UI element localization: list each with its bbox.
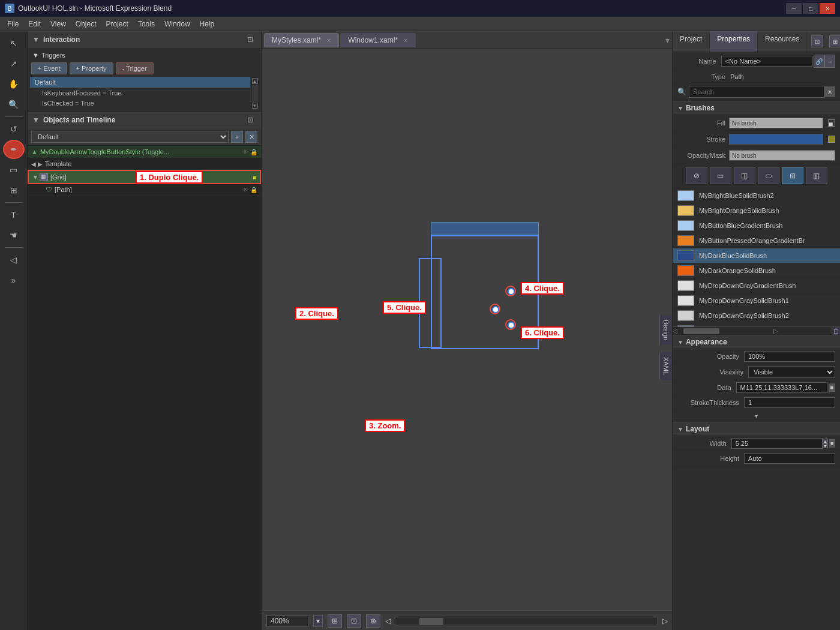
path-tree-item[interactable]: 🛡 [Path] 👁 🔒 (28, 184, 261, 196)
canvas-h-scrollbar[interactable] (395, 617, 658, 625)
brush-item-5[interactable]: MyDarkOrangeSolidBrush (673, 263, 840, 278)
search-input[interactable] (689, 86, 824, 98)
tab-mystyles[interactable]: MyStyles.xaml* ✕ (264, 33, 339, 47)
stroke-preview[interactable] (729, 134, 823, 145)
timeline-state-dropdown[interactable]: Default (31, 131, 229, 143)
close-button[interactable]: ✕ (820, 3, 835, 14)
brush-item-0[interactable]: MyBrightBlueSolidBrush2 (673, 188, 840, 203)
tab-window1-close[interactable]: ✕ (403, 37, 408, 44)
text-tool-button[interactable]: T (3, 205, 25, 224)
image-brush-button[interactable]: ⊞ (782, 167, 803, 184)
brush-item-7[interactable]: MyDropDownGraySolidBrush1 (673, 293, 840, 308)
scroll-down-btn[interactable]: ▼ (252, 103, 258, 109)
brush-scroll-right[interactable]: ▷ (773, 328, 778, 334)
zoom-tool-button[interactable]: 🔍 (3, 95, 25, 114)
fit-view-button[interactable]: ⊡ (347, 614, 361, 628)
brushes-expand[interactable]: ▼ (677, 105, 683, 112)
brush-item-1[interactable]: MyBrightOrangeSolidBrush (673, 203, 840, 218)
radial-grad-button[interactable]: ⬭ (758, 167, 779, 184)
objects-float-button[interactable]: ⊡ (244, 114, 256, 126)
remove-state-button[interactable]: ✕ (245, 131, 257, 143)
width-input[interactable] (731, 438, 823, 449)
canvas-viewport[interactable]: Design XAML (262, 49, 672, 611)
menu-view[interactable]: View (46, 19, 71, 29)
solid-brush-button[interactable]: ▭ (710, 167, 731, 184)
appearance-expand[interactable]: ▼ (677, 339, 683, 346)
brush-h-scrollbar[interactable]: ◁ ▷ □ (673, 326, 840, 335)
direct-select-button[interactable]: ↗ (3, 54, 25, 73)
brush-item-8[interactable]: MyDropDownGraySolidBrush2 (673, 308, 840, 323)
name-action-btn-2[interactable]: → (824, 55, 835, 68)
tile-brush-button[interactable]: ▥ (806, 167, 827, 184)
trigger-item-default[interactable]: Default (30, 77, 250, 88)
window-controls[interactable]: ─ □ ✕ (786, 3, 835, 14)
menu-tools[interactable]: Tools (133, 19, 160, 29)
search-clear-button[interactable]: ✕ (824, 86, 835, 97)
no-brush-button[interactable]: ⊘ (686, 167, 707, 184)
width-down[interactable]: ▼ (823, 443, 828, 448)
nav-arrow-left[interactable]: ◁ (385, 617, 390, 625)
menu-object[interactable]: Object (71, 19, 101, 29)
scroll-up-btn[interactable]: ▲ (252, 78, 258, 84)
opacitymask-preview[interactable]: No brush (729, 150, 835, 161)
name-action-btn-1[interactable]: 🔗 (814, 55, 824, 68)
add-event-button[interactable]: + Event (31, 62, 67, 74)
snap-button[interactable]: ⊕ (366, 614, 380, 628)
appearance-more-button[interactable]: ▾ (673, 410, 840, 422)
width-stepper[interactable]: ▲ ▼ (823, 439, 828, 448)
pen-tool-button[interactable]: ✒ (3, 140, 25, 159)
maximize-button[interactable]: □ (803, 3, 818, 14)
nav-arrow-right[interactable]: ▷ (662, 617, 667, 625)
visibility-select[interactable]: Visible Collapsed Hidden (748, 366, 835, 378)
menu-edit[interactable]: Edit (23, 19, 46, 29)
menu-project[interactable]: Project (101, 19, 133, 29)
remove-trigger-button[interactable]: - Trigger (116, 62, 154, 74)
tab-project[interactable]: Project (673, 31, 710, 52)
linear-grad-button[interactable]: ◫ (734, 167, 755, 184)
interaction-float-button[interactable]: ⊡ (244, 34, 256, 46)
zoom-dropdown[interactable]: ▾ (313, 615, 323, 627)
add-property-button[interactable]: + Property (70, 62, 113, 74)
layout-expand[interactable]: ▼ (677, 426, 683, 433)
data-input[interactable] (736, 382, 827, 393)
brush-item-3[interactable]: MyButtonPressedOrangeGradientBr (673, 233, 840, 248)
tabs-dropdown[interactable]: ▾ (665, 35, 670, 45)
grid-expand-arrow[interactable]: ▼ (32, 174, 38, 181)
grid-view-button[interactable]: ⊞ (328, 614, 342, 628)
properties-options-button[interactable]: ⊞ (829, 35, 840, 47)
minimize-button[interactable]: ─ (786, 3, 802, 14)
width-more-button[interactable]: ■ (829, 439, 835, 448)
brush-scroll-left[interactable]: ◁ (673, 328, 677, 334)
properties-float-button[interactable]: ⊡ (811, 35, 823, 47)
brush-item-2[interactable]: MyButtonBlueGradientBrush (673, 218, 840, 233)
design-side-tab[interactable]: Design (659, 315, 672, 345)
xaml-side-tab[interactable]: XAML (659, 352, 672, 380)
trigger-scrollbar[interactable]: ▲ ▼ (250, 77, 259, 109)
brush-item-6[interactable]: MyDropDownGrayGradientBrush (673, 278, 840, 293)
template-expand[interactable]: ◀ ▶ (31, 161, 43, 167)
pan-tool-button[interactable]: ✋ (3, 74, 25, 94)
tab-properties[interactable]: Properties (710, 31, 758, 52)
strokethickness-input[interactable] (744, 397, 835, 408)
grid-tool-button[interactable]: ⊞ (3, 181, 25, 200)
opacity-input[interactable] (744, 351, 835, 362)
add-state-button[interactable]: + (231, 131, 243, 143)
hand-tool-button[interactable]: ☚ (3, 226, 25, 245)
select-tool-button[interactable]: ↖ (3, 34, 25, 53)
style-item[interactable]: ▲ MyDoubleArrowToggleButtonStyle (Toggle… (28, 146, 261, 158)
name-input[interactable] (721, 56, 812, 67)
data-more-button[interactable]: ■ (829, 383, 835, 392)
width-up[interactable]: ▲ (823, 439, 828, 443)
zoom-input[interactable] (266, 615, 308, 627)
menu-file[interactable]: File (2, 19, 23, 29)
tab-resources[interactable]: Resources (758, 31, 807, 52)
nav-tool-button[interactable]: ◁ (3, 250, 25, 269)
menu-window[interactable]: Window (160, 19, 195, 29)
expand-tool-button[interactable]: » (3, 271, 25, 290)
rotate-tool-button[interactable]: ↺ (3, 119, 25, 139)
brush-item-9[interactable]: MyHGridSplitterBlueGradientBrush (673, 323, 840, 326)
tab-mystyles-close[interactable]: ✕ (326, 37, 331, 44)
tab-window1[interactable]: Window1.xaml* ✕ (340, 33, 416, 47)
brush-item-4[interactable]: MyDarkBlueSolidBrush (673, 248, 840, 263)
menu-help[interactable]: Help (195, 19, 220, 29)
